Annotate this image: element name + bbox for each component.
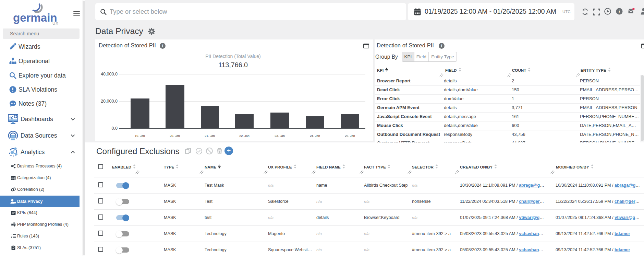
svg-text:i: i	[619, 9, 620, 14]
